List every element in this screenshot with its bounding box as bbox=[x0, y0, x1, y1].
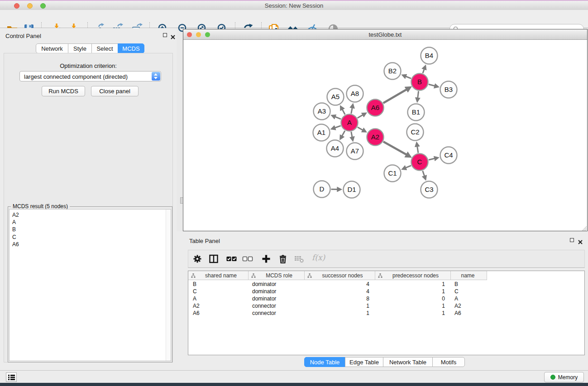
mcds-result-item[interactable]: A bbox=[10, 219, 171, 226]
select-all-checkboxes-icon[interactable] bbox=[226, 253, 237, 264]
close-table-panel-icon[interactable] bbox=[578, 238, 583, 243]
run-mcds-button[interactable]: Run MCDS bbox=[42, 86, 85, 96]
table-row[interactable]: Cdominator41C bbox=[188, 288, 584, 295]
graph-node-C[interactable]: C bbox=[411, 154, 428, 171]
table-settings-gear-icon[interactable] bbox=[192, 253, 203, 264]
graph-edge-A-A8[interactable] bbox=[351, 105, 353, 114]
column-sort-icon bbox=[191, 273, 196, 278]
table-tab-network-table[interactable]: Network Table bbox=[383, 357, 433, 367]
function-builder-fx: f(x) bbox=[312, 253, 325, 262]
header-filler bbox=[487, 271, 584, 280]
column-header-shared-name[interactable]: shared name bbox=[188, 271, 249, 280]
svg-text:A7: A7 bbox=[351, 147, 359, 155]
table-row[interactable]: Bdominator41B bbox=[188, 281, 584, 288]
graph-node-B3[interactable]: B3 bbox=[440, 81, 457, 98]
graph-edge-A-A7[interactable] bbox=[351, 132, 353, 140]
control-panel-title: Control Panel bbox=[5, 33, 41, 39]
float-table-panel-icon[interactable] bbox=[570, 238, 574, 243]
show-columns-icon[interactable] bbox=[208, 253, 219, 264]
graph-node-D[interactable]: D bbox=[314, 181, 330, 198]
mcds-result-item[interactable]: C bbox=[10, 234, 171, 241]
control-tab-select[interactable]: Select bbox=[91, 43, 118, 53]
table-row[interactable]: Adominator80A bbox=[188, 295, 584, 302]
mcds-result-list[interactable]: A2ABCA6 bbox=[9, 209, 171, 361]
graph-node-A4[interactable]: A4 bbox=[327, 140, 344, 157]
graph-node-B[interactable]: B bbox=[411, 74, 428, 91]
column-header-predecessor-nodes[interactable]: predecessor nodes bbox=[375, 271, 451, 280]
graph-edge-A2-C[interactable] bbox=[383, 142, 410, 157]
graph-node-A5[interactable]: A5 bbox=[327, 89, 344, 105]
graph-node-B1[interactable]: B1 bbox=[408, 104, 425, 121]
deselect-all-checkboxes-icon[interactable] bbox=[242, 253, 253, 264]
table-cell: connector bbox=[249, 302, 305, 310]
graph-edge-B-B1[interactable] bbox=[417, 91, 419, 100]
memory-button[interactable]: Memory bbox=[544, 372, 584, 382]
table-row[interactable]: A6connector11A6 bbox=[188, 310, 584, 317]
mcds-result-item[interactable]: A2 bbox=[10, 211, 171, 219]
table-row[interactable]: A2connector11A2 bbox=[188, 302, 584, 310]
graph-edge-B-B2[interactable] bbox=[403, 76, 411, 79]
graph-edge-C-C4[interactable] bbox=[429, 158, 437, 160]
graph-node-A1[interactable]: A1 bbox=[313, 124, 330, 141]
graph-node-A[interactable]: A bbox=[341, 114, 358, 131]
table-cell: A bbox=[188, 295, 249, 302]
float-panel-icon[interactable] bbox=[163, 33, 167, 38]
graph-node-A3[interactable]: A3 bbox=[314, 103, 330, 120]
graph-node-A7[interactable]: A7 bbox=[347, 143, 363, 160]
graph-edge-A6-B[interactable] bbox=[383, 88, 410, 103]
graph-node-D1[interactable]: D1 bbox=[344, 181, 360, 198]
column-sort-icon bbox=[251, 273, 256, 278]
graph-edge-C-C2[interactable] bbox=[417, 143, 418, 153]
graph-node-C3[interactable]: C3 bbox=[421, 181, 438, 198]
svg-text:B4: B4 bbox=[425, 52, 433, 59]
table-cell: dominator bbox=[249, 295, 305, 302]
column-header-label: shared name bbox=[196, 272, 248, 279]
graph-edge-A-A2[interactable] bbox=[358, 127, 365, 132]
mcds-list-scrollbar[interactable] bbox=[166, 210, 171, 361]
delete-column-trash-icon[interactable] bbox=[277, 253, 288, 264]
network-window-titlebar[interactable]: testGlobe.txt bbox=[183, 29, 587, 40]
graph-edge-C-C1[interactable] bbox=[403, 166, 411, 169]
table-cell: 1 bbox=[375, 302, 451, 310]
control-panel-tabs: NetworkStyleSelectMCDS bbox=[36, 43, 144, 53]
graph-node-A2[interactable]: A2 bbox=[367, 129, 384, 146]
svg-text:A5: A5 bbox=[331, 93, 339, 100]
graph-edge-C-C3[interactable] bbox=[423, 171, 425, 179]
window-resize-grip[interactable] bbox=[581, 224, 587, 230]
table-panel-title: Table Panel bbox=[189, 238, 220, 244]
criterion-dropdown[interactable]: largest connected component (directed) bbox=[19, 71, 161, 81]
graph-edge-A-A4[interactable] bbox=[341, 131, 345, 138]
graph-edge-B-B4[interactable] bbox=[423, 67, 425, 73]
column-sort-icon bbox=[378, 273, 382, 278]
network-canvas[interactable]: B4B2BB3A8A5A6A3B1AC2A1A2A4A7C4CC1DD1C3 bbox=[183, 40, 587, 231]
close-panel-button[interactable]: Close panel bbox=[91, 86, 139, 96]
column-header-successor-nodes[interactable]: successor nodes bbox=[305, 271, 375, 280]
mcds-result-item[interactable]: B bbox=[10, 226, 171, 233]
table-tab-node-table[interactable]: Node Table bbox=[304, 357, 345, 367]
column-header-name[interactable]: name bbox=[451, 271, 487, 280]
graph-node-C2[interactable]: C2 bbox=[407, 124, 424, 141]
graph-edge-B-B3[interactable] bbox=[429, 84, 438, 86]
graph-node-B2[interactable]: B2 bbox=[384, 63, 401, 80]
table-tab-motifs[interactable]: Motifs bbox=[432, 357, 465, 367]
graph-node-B4[interactable]: B4 bbox=[421, 48, 438, 64]
control-tab-network[interactable]: Network bbox=[36, 43, 68, 53]
mcds-result-item[interactable]: A6 bbox=[10, 241, 171, 248]
control-tab-mcds[interactable]: MCDS bbox=[118, 43, 144, 53]
graph-edge-A-A5[interactable] bbox=[341, 107, 345, 114]
close-panel-icon[interactable] bbox=[171, 33, 175, 38]
show-panels-list-button[interactable] bbox=[6, 372, 17, 382]
graph-node-C4[interactable]: C4 bbox=[440, 147, 457, 164]
network-graph[interactable]: B4B2BB3A8A5A6A3B1AC2A1A2A4A7C4CC1DD1C3 bbox=[183, 40, 587, 231]
graph-edge-A-A6[interactable] bbox=[358, 114, 365, 118]
session-title: Session: New Session bbox=[0, 2, 588, 9]
table-tab-edge-table[interactable]: Edge Table bbox=[345, 357, 383, 367]
graph-edge-A-A3[interactable] bbox=[333, 116, 341, 119]
add-column-icon[interactable] bbox=[261, 253, 272, 264]
control-tab-style[interactable]: Style bbox=[68, 43, 92, 53]
column-header-MCDS-role[interactable]: MCDS role bbox=[249, 271, 305, 280]
graph-node-C1[interactable]: C1 bbox=[384, 165, 401, 182]
graph-node-A6[interactable]: A6 bbox=[367, 100, 384, 116]
graph-node-A8[interactable]: A8 bbox=[347, 86, 363, 102]
graph-edge-A-A1[interactable] bbox=[332, 126, 341, 129]
